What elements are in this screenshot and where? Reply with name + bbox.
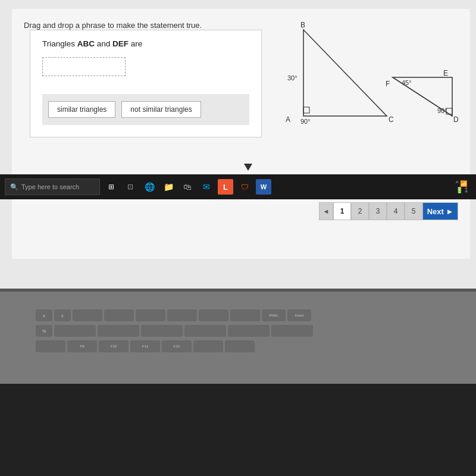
label-e: E [443, 69, 448, 77]
key-spacer8 [98, 325, 139, 337]
search-bar[interactable]: 🔍 Type here to search [5, 178, 100, 195]
page-5-btn[interactable]: 5 [405, 202, 422, 220]
key-spacer15 [225, 340, 255, 352]
key-spacer5 [199, 309, 228, 321]
pagination: ◄ 1 2 3 4 5 Next ► [319, 202, 458, 220]
search-placeholder: Type here to search [21, 183, 79, 190]
content-area: Drag and drop a phrase to make the state… [12, 9, 470, 259]
laptop-base [0, 384, 476, 476]
key-spacer12 [271, 325, 313, 337]
question-panel: Triangles ABC and DEF are similar triang… [30, 30, 262, 137]
keyboard: x c PrtSc Insert % [36, 309, 440, 354]
app-l-icon[interactable]: L [218, 179, 233, 195]
key-spacer11 [228, 325, 270, 337]
label-d: D [453, 115, 458, 124]
keyboard-row-3: F9 F10 F11 F12 [36, 340, 440, 352]
page-1-btn[interactable]: 1 [333, 202, 351, 220]
system-tray: ^ 📶 🔋 1 [456, 179, 471, 195]
label-c: C [389, 115, 394, 124]
key-spacer1 [73, 309, 102, 321]
key-insert[interactable]: Insert [287, 309, 311, 321]
drag-options: similar triangles not similar triangles [42, 94, 249, 125]
svg-marker-0 [303, 30, 387, 116]
next-page-btn[interactable]: Next ► [422, 202, 458, 220]
label-b: B [300, 21, 305, 29]
key-spacer6 [230, 309, 260, 321]
question-abc: ABC [77, 39, 95, 48]
keyboard-row-1: x c PrtSc Insert [36, 309, 440, 321]
search-icon: 🔍 [10, 183, 18, 191]
key-f11[interactable]: F11 [130, 340, 160, 352]
label-f: F [386, 80, 390, 88]
question-def: DEF [112, 39, 129, 48]
palm-rest: x c PrtSc Insert % [0, 292, 476, 387]
drop-zone[interactable] [42, 57, 126, 76]
key-spacer7 [54, 325, 96, 337]
key-prtsc[interactable]: PrtSc [262, 309, 286, 321]
question-suffix: are [131, 39, 143, 48]
mail-icon[interactable]: ✉ [199, 179, 214, 195]
page-4-btn[interactable]: 4 [387, 202, 405, 220]
key-spacer13 [36, 340, 65, 352]
similar-triangles-option[interactable]: similar triangles [48, 101, 115, 118]
question-middle: and [97, 39, 112, 48]
page-2-btn[interactable]: 2 [351, 202, 369, 220]
task-view-icon[interactable]: ⊡ [123, 179, 138, 195]
question-prefix: Triangles [42, 39, 77, 48]
key-spacer2 [104, 309, 134, 321]
svg-rect-1 [303, 107, 309, 113]
key-spacer10 [184, 325, 226, 337]
store-icon[interactable]: 🛍 [180, 179, 195, 195]
key-spacer3 [136, 309, 165, 321]
taskbar: 🔍 Type here to search ⊞ ⊡ 🌐 📁 🛍 ✉ L 🛡 W … [0, 174, 476, 199]
question-text: Triangles ABC and DEF are [42, 39, 249, 48]
edge-icon[interactable]: 🌐 [142, 179, 157, 195]
word-icon[interactable]: W [256, 179, 271, 195]
key-spacer4 [167, 309, 197, 321]
mouse-cursor [244, 164, 252, 171]
key-x[interactable]: x [36, 309, 52, 321]
diagram-area: B 30° A 90° C E F 45° D 90° [268, 18, 458, 155]
key-f12[interactable]: F12 [162, 340, 192, 352]
key-f10[interactable]: F10 [99, 340, 129, 352]
page-3-btn[interactable]: 3 [369, 202, 387, 220]
label-a: A [286, 115, 290, 124]
file-explorer-icon[interactable]: 📁 [161, 179, 176, 195]
screen: Drag and drop a phrase to make the state… [0, 0, 476, 292]
triangles-diagram: B 30° A 90° C E F 45° D 90° [268, 18, 458, 155]
angle-d-label: 90° [437, 107, 447, 114]
key-spacer9 [141, 325, 183, 337]
angle-b-label: 30° [287, 74, 298, 82]
windows-button[interactable]: ⊞ [104, 179, 119, 195]
keyboard-row-2: % [36, 325, 440, 337]
angle-f-label: 45° [402, 79, 412, 86]
key-spacer14 [193, 340, 223, 352]
prev-page-btn[interactable]: ◄ [319, 202, 333, 220]
key-pct[interactable]: % [36, 325, 52, 337]
not-similar-triangles-option[interactable]: not similar triangles [121, 101, 201, 118]
angle-a-label: 90° [300, 118, 311, 125]
key-f9[interactable]: F9 [67, 340, 97, 352]
key-c[interactable]: c [54, 309, 71, 321]
mcafee-icon[interactable]: 🛡 [237, 179, 252, 195]
